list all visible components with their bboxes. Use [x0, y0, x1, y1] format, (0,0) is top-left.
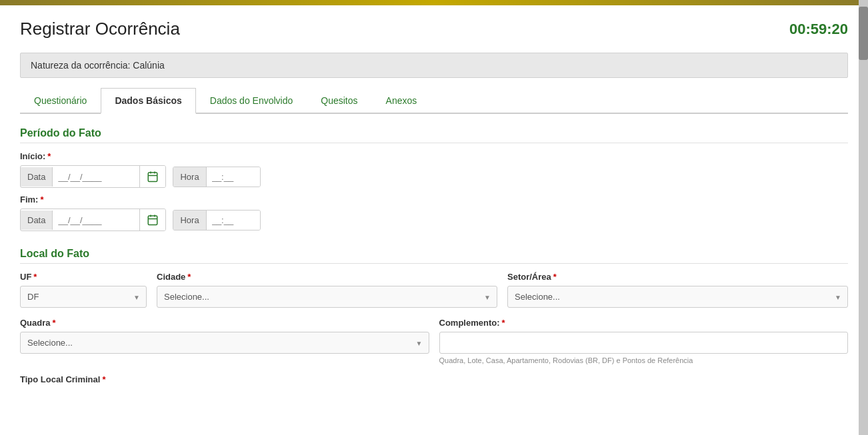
- fim-data-input[interactable]: [53, 211, 139, 230]
- tab-questionario[interactable]: Questionário: [20, 88, 101, 114]
- complemento-input[interactable]: [439, 332, 849, 354]
- natureza-label: Natureza da ocorrência: Calúnia: [31, 60, 165, 71]
- top-bar: [0, 0, 868, 5]
- natureza-bar: Natureza da ocorrência: Calúnia: [20, 53, 848, 78]
- fim-data-prefix: Data: [21, 211, 53, 230]
- svg-rect-4: [149, 216, 158, 225]
- inicio-data-input[interactable]: [53, 167, 139, 187]
- complemento-label: Complemento:*: [439, 318, 849, 328]
- page-container: Registrar Ocorrência 00:59:20 Natureza d…: [0, 5, 868, 435]
- quadra-field: Quadra* Selecione... ▼: [20, 318, 429, 364]
- uf-label: UF*: [20, 272, 147, 282]
- inicio-hora-group: Hora: [173, 167, 260, 187]
- fim-calendar-button[interactable]: [139, 209, 165, 230]
- fim-hora-prefix: Hora: [173, 211, 206, 230]
- page-title: Registrar Ocorrência: [20, 19, 180, 39]
- tipo-local-criminal-field: Tipo Local Criminal*: [20, 374, 848, 384]
- uf-select-wrapper: DF SP RJ MG ▼: [20, 286, 147, 308]
- quadra-select[interactable]: Selecione...: [20, 332, 429, 354]
- calendar-icon-fim: [147, 214, 159, 226]
- tab-anexos[interactable]: Anexos: [372, 88, 431, 114]
- local-fato-section: Local do Fato UF* DF SP RJ MG ▼: [20, 248, 848, 384]
- tipo-local-criminal-label: Tipo Local Criminal*: [20, 374, 848, 384]
- inicio-data-prefix: Data: [21, 167, 53, 187]
- uf-field: UF* DF SP RJ MG ▼: [20, 272, 147, 308]
- svg-rect-0: [149, 173, 158, 182]
- tab-dados-envolvido[interactable]: Dados do Envolvido: [196, 88, 307, 114]
- fim-hora-group: Hora: [173, 210, 260, 230]
- setor-area-field: Setor/Área* Selecione... ▼: [507, 272, 848, 308]
- location-top-row: UF* DF SP RJ MG ▼ Cidade*: [20, 272, 848, 308]
- inicio-data-group: Data: [20, 165, 166, 188]
- tab-quesitos[interactable]: Quesitos: [307, 88, 371, 114]
- uf-select[interactable]: DF SP RJ MG: [20, 286, 147, 308]
- quadra-label: Quadra*: [20, 318, 429, 328]
- inicio-row: Data Hora: [20, 165, 848, 188]
- complemento-field: Complemento:* Quadra, Lote, Casa, Aparta…: [439, 318, 849, 364]
- fim-hora-input[interactable]: [207, 211, 260, 230]
- setor-area-select-wrapper: Selecione... ▼: [507, 286, 848, 308]
- setor-area-label: Setor/Área*: [507, 272, 848, 282]
- scrollbar-thumb[interactable]: [859, 7, 868, 60]
- cidade-select-wrapper: Selecione... ▼: [157, 286, 497, 308]
- periodo-fato-title: Período do Fato: [20, 127, 848, 143]
- inicio-label: Início:*: [20, 151, 848, 161]
- local-fato-title: Local do Fato: [20, 248, 848, 264]
- periodo-fato-section: Período do Fato Início:* Data Hora: [20, 127, 848, 231]
- timer: 00:59:20: [789, 21, 848, 38]
- fim-label: Fim:*: [20, 195, 848, 205]
- setor-area-select[interactable]: Selecione...: [507, 286, 848, 308]
- inicio-calendar-button[interactable]: [139, 166, 165, 187]
- tabs-container: Questionário Dados Básicos Dados do Envo…: [20, 88, 848, 114]
- inicio-hora-prefix: Hora: [173, 167, 206, 187]
- page-header: Registrar Ocorrência 00:59:20: [20, 19, 848, 39]
- inicio-hora-input[interactable]: [207, 167, 260, 187]
- cidade-field: Cidade* Selecione... ▼: [157, 272, 497, 308]
- fim-row: Data Hora: [20, 209, 848, 231]
- location-bottom-row: Quadra* Selecione... ▼ Complemento:* Qua…: [20, 318, 848, 364]
- cidade-label: Cidade*: [157, 272, 497, 282]
- complemento-hint: Quadra, Lote, Casa, Apartamento, Rodovia…: [439, 356, 849, 364]
- calendar-icon: [147, 171, 159, 183]
- cidade-select[interactable]: Selecione...: [157, 286, 497, 308]
- quadra-select-wrapper: Selecione... ▼: [20, 332, 429, 354]
- fim-data-group: Data: [20, 209, 166, 231]
- tab-dados-basicos[interactable]: Dados Básicos: [101, 88, 195, 114]
- scrollbar[interactable]: [859, 0, 868, 435]
